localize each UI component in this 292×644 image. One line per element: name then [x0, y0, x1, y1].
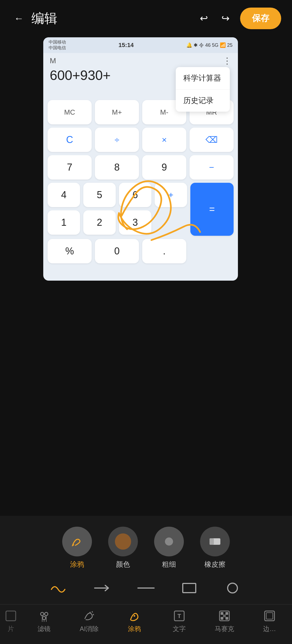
svg-text:T: T — [178, 613, 181, 619]
row-123: 1 2 3 — [48, 210, 187, 235]
btn-clear[interactable]: C — [48, 128, 92, 152]
calc-m-label: M — [50, 57, 56, 65]
ai-erase-icon — [83, 610, 95, 622]
undo-icon: ↩ — [200, 13, 208, 24]
tool-size[interactable]: 粗细 — [154, 527, 184, 569]
btn-6[interactable]: 6 — [119, 183, 151, 207]
redo-icon: ↪ — [221, 13, 230, 24]
size-swatch — [165, 537, 173, 546]
page-title: 编辑 — [31, 10, 190, 27]
btn-9[interactable]: 9 — [142, 155, 186, 180]
svg-point-10 — [42, 616, 46, 620]
shape-wave[interactable] — [49, 580, 70, 596]
nav-item-partial[interactable]: 片 — [0, 610, 22, 633]
wave-icon — [50, 583, 69, 593]
shape-arrow[interactable] — [92, 580, 114, 596]
nav-item-mosaic[interactable]: 马赛克 — [202, 610, 247, 633]
svg-rect-21 — [225, 617, 228, 620]
shape-circle[interactable] — [222, 580, 243, 596]
calc-keypad: MC M+ M- MR C ÷ × ⌫ 7 8 9 − 4 5 6 — [43, 97, 238, 269]
svg-rect-24 — [266, 613, 273, 619]
canvas-area: 中国移动中国电信 15:14 🔔 ✱ 令 46 5G 📶 25 M ⋮ 科学计算… — [43, 37, 238, 281]
svg-rect-2 — [210, 538, 214, 545]
tool-draw-label: 涂鸦 — [70, 560, 84, 569]
calc-header: M ⋮ — [43, 53, 238, 68]
svg-point-9 — [45, 612, 48, 616]
tool-eraser-label: 橡皮擦 — [204, 560, 225, 569]
svg-rect-7 — [6, 611, 16, 621]
nav-label-filter: 滤镜 — [38, 625, 51, 633]
nav-label-border: 边… — [263, 625, 276, 633]
btn-2[interactable]: 2 — [83, 210, 116, 235]
tool-color-circle — [108, 527, 138, 556]
nav-item-draw[interactable]: 涂鸦 — [112, 610, 157, 633]
svg-rect-19 — [225, 612, 228, 615]
btn-minus[interactable]: − — [190, 155, 234, 180]
btn-mplus[interactable]: M+ — [95, 100, 139, 124]
row-456: 4 5 6 + — [48, 183, 187, 207]
circle-icon — [224, 581, 241, 595]
svg-point-14 — [134, 615, 135, 617]
tool-eraser-circle — [200, 527, 230, 556]
tool-draw-circle — [62, 527, 92, 556]
dropdown-item-scientific[interactable]: 科学计算器 — [176, 67, 230, 89]
row-percent: % 0 . — [48, 239, 234, 263]
draw-nav-icon — [128, 610, 140, 622]
eraser-icon — [208, 536, 222, 547]
svg-rect-20 — [221, 617, 223, 620]
btn-8[interactable]: 8 — [95, 155, 139, 180]
undo-button[interactable]: ↩ — [196, 10, 212, 26]
bottom-area: 涂鸦 颜色 粗细 橡皮擦 — [0, 516, 292, 644]
save-button[interactable]: 保存 — [240, 8, 281, 29]
btn-dot[interactable]: . — [142, 239, 186, 263]
btn-plus[interactable]: + — [155, 183, 187, 207]
row-789: 7 8 9 − — [48, 155, 234, 180]
btn-mc[interactable]: MC — [48, 100, 92, 124]
tool-color[interactable]: 颜色 — [108, 527, 138, 569]
btn-divide[interactable]: ÷ — [95, 128, 139, 152]
btn-multiply[interactable]: × — [142, 128, 186, 152]
dropdown-item-history[interactable]: 历史记录 — [176, 89, 230, 112]
shape-rect[interactable] — [178, 580, 200, 596]
tool-draw[interactable]: 涂鸦 — [62, 527, 92, 569]
svg-point-8 — [41, 612, 44, 616]
nav-item-filter[interactable]: 滤镜 — [22, 610, 67, 633]
border-icon-partial — [5, 610, 17, 622]
btn-equals[interactable]: = — [190, 183, 234, 236]
btn-5[interactable]: 5 — [83, 183, 116, 207]
nav-item-border[interactable]: 边… — [247, 610, 292, 633]
nav-label-mosaic: 马赛克 — [215, 625, 234, 633]
btn-percent[interactable]: % — [48, 239, 92, 263]
nav-item-ai-erase[interactable]: AI消除 — [67, 610, 112, 633]
svg-rect-22 — [223, 615, 226, 617]
line-icon — [137, 583, 155, 593]
nav-label-partial: 片 — [8, 625, 14, 633]
btn-1[interactable]: 1 — [48, 210, 80, 235]
nav-item-text[interactable]: T 文字 — [157, 610, 202, 633]
svg-rect-5 — [183, 583, 196, 593]
row-operators: C ÷ × ⌫ — [48, 128, 234, 152]
btn-0[interactable]: 0 — [95, 239, 139, 263]
arrow-icon — [93, 583, 112, 593]
back-button[interactable]: ← — [11, 10, 27, 26]
svg-rect-18 — [221, 612, 223, 615]
redo-button[interactable]: ↪ — [217, 10, 234, 26]
btn-7[interactable]: 7 — [48, 155, 92, 180]
btn-3[interactable]: 3 — [119, 210, 151, 235]
carrier-label: 中国移动中国电信 — [49, 39, 66, 51]
bottom-nav: 片 滤镜 AI消除 — [0, 604, 292, 644]
tool-size-circle — [154, 527, 184, 556]
btn-4[interactable]: 4 — [48, 183, 80, 207]
back-icon: ← — [14, 13, 24, 24]
svg-point-6 — [228, 583, 237, 593]
tool-color-label: 颜色 — [116, 560, 130, 569]
border-nav-icon — [264, 610, 276, 622]
shape-line[interactable] — [135, 580, 157, 596]
tool-eraser[interactable]: 橡皮擦 — [200, 527, 230, 569]
btn-backspace[interactable]: ⌫ — [190, 128, 234, 152]
status-icons: 🔔 ✱ 令 46 5G 📶 25 — [186, 42, 233, 48]
text-icon: T — [173, 610, 185, 622]
calc-menu-button[interactable]: ⋮ — [223, 56, 231, 66]
tool-size-label: 粗细 — [162, 560, 176, 569]
filter-icon — [38, 610, 50, 622]
